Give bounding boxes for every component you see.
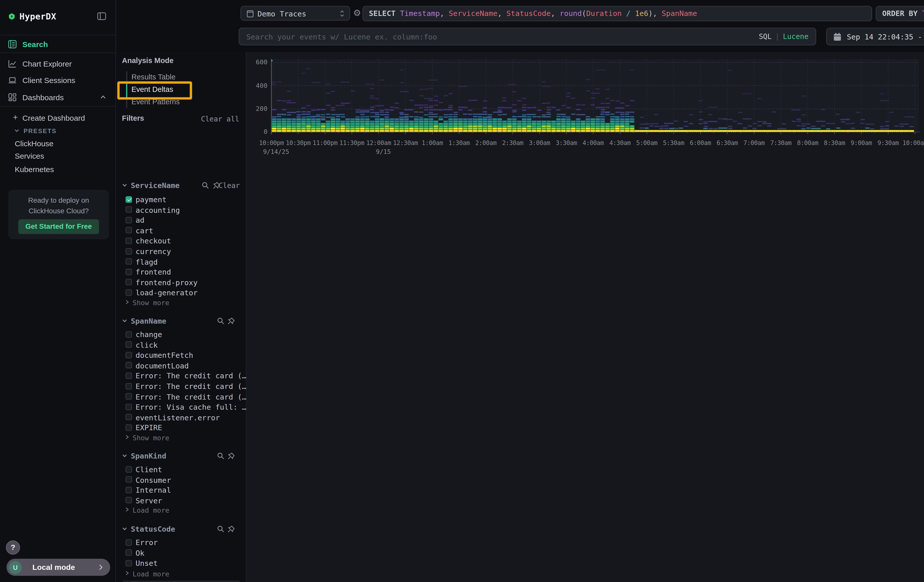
checkbox[interactable]: [125, 227, 132, 234]
checkbox[interactable]: [125, 404, 132, 410]
mode-lucene[interactable]: Lucene: [783, 32, 808, 41]
filter-option-servicename[interactable]: ad: [125, 216, 240, 225]
load-more-link[interactable]: Load more: [125, 570, 169, 578]
filter-option-servicename[interactable]: cart: [125, 226, 240, 235]
filter-group-header-statuscode[interactable]: StatusCode: [122, 524, 240, 534]
checkbox[interactable]: [125, 373, 132, 379]
chevron-up-icon[interactable]: [100, 95, 106, 100]
clear-filter-button[interactable]: Clear: [219, 181, 240, 190]
filter-group-header-spanname[interactable]: SpanName: [122, 316, 240, 326]
checkbox[interactable]: [125, 560, 132, 566]
filter-option-statuscode[interactable]: Unset: [125, 559, 240, 568]
checkbox[interactable]: [125, 352, 132, 358]
checkbox-checked[interactable]: [125, 196, 132, 203]
help-button[interactable]: ?: [6, 541, 20, 555]
checkbox[interactable]: [125, 289, 132, 296]
filter-option-spanname[interactable]: eventListener.error: [125, 413, 240, 422]
search-icon[interactable]: [217, 525, 224, 533]
checkbox[interactable]: [125, 486, 132, 493]
sidebar-item-search[interactable]: Search: [0, 36, 116, 53]
mode-sql[interactable]: SQL: [759, 32, 772, 41]
sidebar-item-services[interactable]: Services: [0, 151, 116, 163]
search-icon[interactable]: [202, 181, 209, 189]
checkbox[interactable]: [125, 217, 132, 223]
order-by-editor[interactable]: ORDER BY Timestamp DESC: [876, 6, 924, 21]
filter-option-statuscode[interactable]: Ok: [125, 548, 240, 557]
filter-option-servicename[interactable]: frontend: [125, 267, 240, 277]
checkbox[interactable]: [125, 476, 132, 483]
filter-option-spanname[interactable]: change: [125, 330, 240, 339]
checkbox[interactable]: [125, 331, 132, 338]
filter-option-spankind[interactable]: Consumer: [125, 475, 240, 484]
filter-option-spanname[interactable]: click: [125, 340, 240, 350]
checkbox[interactable]: [125, 383, 132, 389]
gear-icon[interactable]: ⚙: [352, 8, 362, 18]
sidebar-item-kubernetes[interactable]: Kubernetes: [0, 165, 116, 177]
checkbox[interactable]: [125, 248, 132, 254]
checkbox[interactable]: [125, 237, 132, 244]
sidebar-collapse-icon[interactable]: [97, 12, 106, 20]
load-more-link[interactable]: Load more: [125, 506, 169, 515]
sidebar-item-clickhouse[interactable]: ClickHouse: [0, 139, 116, 151]
filter-group-header-servicename[interactable]: ServiceNameClear: [122, 181, 240, 190]
filter-option-spankind[interactable]: Server: [125, 496, 240, 505]
mode-event-deltas[interactable]: Event Deltas: [131, 86, 173, 97]
checkbox[interactable]: [125, 362, 132, 369]
presets-toggle[interactable]: PRESETS: [0, 127, 116, 138]
sql-select-editor[interactable]: SELECT Timestamp, ServiceName, StatusCod…: [362, 6, 872, 21]
sidebar-item-dashboards[interactable]: Dashboards: [0, 89, 116, 106]
filter-group-header-spankind[interactable]: SpanKind: [122, 451, 240, 460]
filter-option-spankind[interactable]: Internal: [125, 485, 240, 495]
filter-option-spanname[interactable]: EXPIRE: [125, 423, 240, 432]
filter-option-servicename[interactable]: frontend-proxy: [125, 278, 240, 287]
time-range-picker[interactable]: Sep 14 22:04:35 - Sep 15 10:04:35: [826, 27, 924, 45]
filter-option-statuscode[interactable]: Error: [125, 538, 240, 547]
mode-results-table[interactable]: Results Table: [131, 73, 175, 85]
x-tick-label: 11:00pm: [310, 139, 340, 146]
filter-option-servicename[interactable]: flagd: [125, 257, 240, 267]
filter-option-spanname[interactable]: Error: Visa cache full: …: [125, 402, 240, 412]
checkbox[interactable]: [125, 269, 132, 275]
checkbox[interactable]: [125, 393, 132, 400]
source-select[interactable]: Demo Traces: [240, 6, 350, 20]
filter-option-spanname[interactable]: Error: The credit card (…: [125, 382, 240, 391]
duration-heatmap-chart[interactable]: [271, 59, 919, 140]
filter-option-spankind[interactable]: Client: [125, 465, 240, 474]
filter-option-spanname[interactable]: documentFetch: [125, 350, 240, 360]
checkbox[interactable]: [125, 279, 132, 285]
checkbox[interactable]: [125, 258, 132, 265]
checkbox[interactable]: [125, 466, 132, 472]
sidebar-item-client-sessions[interactable]: Client Sessions: [0, 72, 116, 88]
checkbox[interactable]: [125, 341, 132, 348]
filter-option-spanname[interactable]: Error: The credit card (…: [125, 392, 240, 401]
pin-icon[interactable]: [228, 452, 235, 459]
checkbox[interactable]: [125, 206, 132, 213]
filter-option-spanname[interactable]: documentLoad: [125, 361, 240, 370]
search-icon[interactable]: [217, 452, 224, 459]
show-more-link[interactable]: Show more: [125, 434, 169, 442]
filter-option-servicename[interactable]: accounting: [125, 205, 240, 214]
show-more-link[interactable]: Show more: [125, 299, 169, 307]
sidebar-item-chart-explorer[interactable]: Chart Explorer: [0, 55, 116, 72]
get-started-button[interactable]: Get Started for Free: [18, 219, 99, 234]
filter-option-servicename[interactable]: payment: [125, 195, 240, 204]
search-input[interactable]: Search your events w/ Lucene ex. column:…: [239, 27, 816, 45]
user-menu[interactable]: U Local mode: [7, 559, 110, 576]
filter-option-servicename[interactable]: load-generator: [125, 288, 240, 298]
filter-option-spanname[interactable]: Error: The credit card (…: [125, 371, 240, 381]
checkbox[interactable]: [125, 414, 132, 420]
filter-option-label: load-generator: [135, 289, 198, 297]
checkbox[interactable]: [125, 424, 132, 431]
mode-event-patterns[interactable]: Event Patterns: [131, 98, 180, 110]
checkbox[interactable]: [125, 497, 132, 504]
filter-option-servicename[interactable]: checkout: [125, 236, 240, 246]
pin-icon[interactable]: [228, 525, 235, 533]
checkbox[interactable]: [125, 539, 132, 546]
checkbox[interactable]: [125, 549, 132, 556]
pin-icon[interactable]: [228, 317, 235, 325]
filter-option-servicename[interactable]: currency: [125, 247, 240, 256]
more-filters-button[interactable]: More filters: [122, 580, 240, 582]
create-dashboard-button[interactable]: + Create Dashboard: [0, 113, 116, 125]
search-icon[interactable]: [217, 317, 224, 325]
clear-all-button[interactable]: Clear all: [201, 115, 239, 123]
